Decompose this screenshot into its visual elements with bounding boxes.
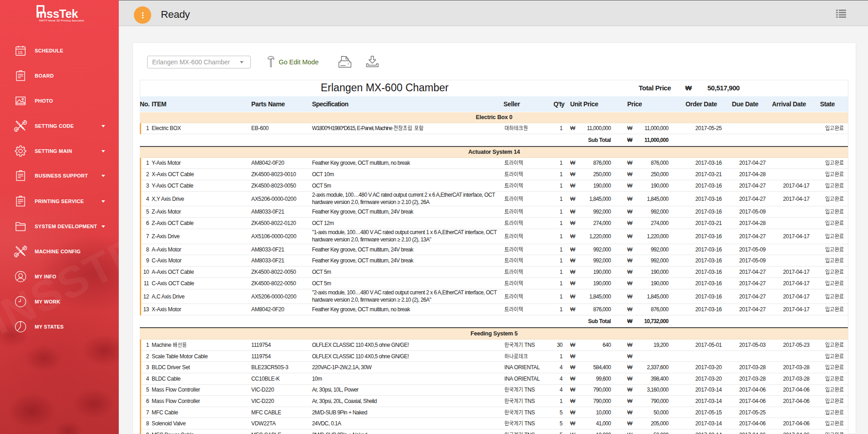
svg-text:nssTek: nssTek	[40, 7, 79, 20]
svg-text:15: 15	[18, 50, 23, 55]
svg-text:DMT® Metal 3D Printing Special: DMT® Metal 3D Printing Specialist	[39, 19, 85, 22]
